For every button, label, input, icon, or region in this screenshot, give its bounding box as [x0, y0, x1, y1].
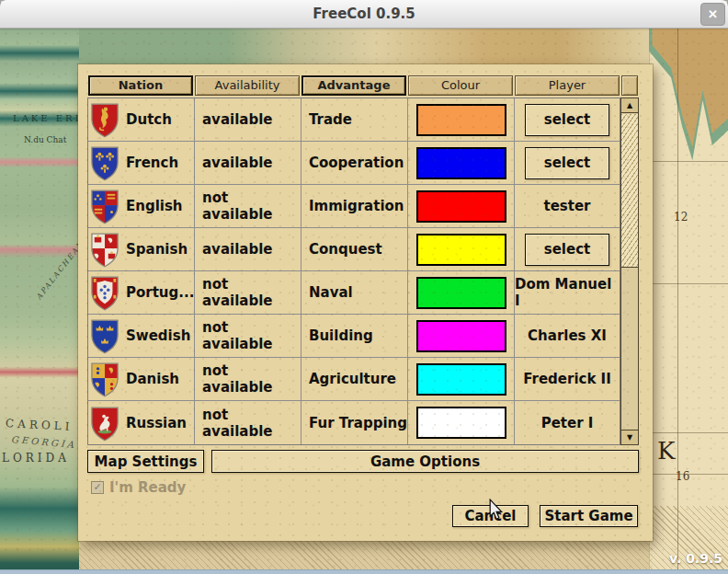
colour-swatch[interactable] [416, 407, 506, 439]
map-label-florida: LORIDA [2, 452, 70, 465]
crest-danish-icon [91, 361, 119, 397]
table-row[interactable]: SpanishavailableConquestselect [88, 228, 620, 271]
nation-name: Swedish [126, 327, 190, 344]
colour-swatch[interactable] [416, 190, 506, 223]
map-grid-line [650, 161, 728, 162]
availability-cell: not available [195, 271, 301, 314]
header-cell-availability[interactable]: Availability [195, 75, 300, 96]
version-label: v. 0.9.5 [669, 551, 722, 566]
availability-cell: not available [195, 358, 301, 400]
ready-row: ✓ I'm Ready [91, 480, 186, 495]
advantage-cell[interactable]: Agriculture [301, 358, 408, 400]
advantage-cell[interactable]: Building [301, 315, 408, 357]
colour-cell [408, 315, 515, 357]
header-cell-player[interactable]: Player [515, 75, 620, 96]
nation-name: Danish [126, 371, 179, 387]
select-player-button[interactable]: select [525, 147, 609, 179]
nation-cell: Spanish [88, 228, 195, 270]
crest-russian-icon [91, 405, 119, 442]
availability-cell: available [195, 98, 301, 141]
select-player-button[interactable]: select [525, 234, 609, 266]
colour-swatch[interactable] [416, 277, 506, 309]
window-frame-bottom [0, 569, 728, 574]
crest-dutch-icon [91, 101, 119, 138]
table-row[interactable]: Danishnot availableAgricultureFrederick … [88, 358, 620, 401]
player-cell: select [515, 228, 620, 270]
titlebar[interactable]: FreeCol 0.9.5 ✕ [0, 0, 728, 29]
map-top-strip [79, 29, 649, 65]
table-row[interactable]: FrenchavailableCooperationselect [88, 142, 620, 185]
header-cell-colour[interactable]: Colour [408, 75, 513, 96]
availability-cell: not available [195, 185, 301, 227]
header-cell-advantage[interactable]: Advantage [301, 75, 406, 96]
player-name: Charles XI [528, 327, 607, 344]
player-cell: tester [515, 185, 620, 227]
table-row[interactable]: Englishnot availableImmigrationtester [88, 185, 620, 228]
map-label-k: K [657, 437, 675, 465]
map-label-georgia: GEORGIA [11, 434, 77, 450]
colour-swatch[interactable] [416, 320, 506, 352]
availability-cell: not available [195, 315, 301, 357]
player-name: Dom Manuel I [515, 276, 620, 309]
colour-cell [408, 358, 515, 400]
header-cell-filler [621, 75, 638, 96]
map-settings-button[interactable]: Map Settings [87, 450, 204, 473]
crest-portuguese-icon [91, 274, 119, 311]
im-ready-label: I'm Ready [109, 479, 186, 496]
colour-cell [408, 271, 515, 314]
scroll-up-button[interactable]: ▲ [621, 98, 638, 113]
nation-cell: French [88, 142, 195, 184]
colour-swatch[interactable] [416, 234, 506, 266]
table-row[interactable]: Swedishnot availableBuildingCharles XI [88, 315, 620, 358]
advantage-cell[interactable]: Immigration [301, 185, 408, 227]
freecol-window: FreeCol 0.9.5 ✕ LAKE ERI N.du Chat APALA… [0, 0, 728, 574]
im-ready-checkbox[interactable]: ✓ [91, 481, 104, 494]
scroll-down-icon: ▼ [627, 433, 632, 442]
nation-name: Russian [126, 415, 187, 431]
table-row[interactable]: Portug...not availableNavalDom Manuel I [88, 271, 620, 315]
nation-cell: Swedish [88, 315, 195, 357]
select-player-button[interactable]: select [525, 104, 609, 136]
scroll-down-button[interactable]: ▼ [621, 430, 638, 444]
availability-cell: not available [195, 401, 301, 444]
nation-name: Dutch [126, 111, 172, 128]
advantage-cell[interactable]: Trade [301, 98, 408, 141]
map-left-strip: LAKE ERI N.du Chat APALACHEAN CAROLI GEO… [0, 29, 79, 574]
player-cell: Dom Manuel I [515, 271, 620, 314]
header-cell-nation[interactable]: Nation [88, 75, 193, 96]
nation-cell: Russian [88, 401, 195, 444]
player-name: Frederick II [523, 371, 611, 387]
players-table: DutchavailableTradeselectFrenchavailable… [87, 98, 620, 445]
table-scrollbar[interactable]: ▲ ▼ [620, 98, 639, 445]
player-name: Peter I [541, 415, 594, 431]
colour-swatch[interactable] [416, 147, 506, 179]
advantage-cell[interactable]: Fur Trapping [301, 401, 408, 444]
nation-cell: Dutch [88, 98, 195, 141]
table-row[interactable]: DutchavailableTradeselect [88, 98, 620, 142]
advantage-cell[interactable]: Naval [301, 271, 408, 314]
scroll-up-icon: ▲ [627, 101, 632, 109]
advantage-cell[interactable]: Conquest [301, 228, 408, 270]
crest-english-icon [91, 188, 119, 224]
colour-cell [408, 228, 515, 270]
colour-cell [408, 98, 515, 141]
close-icon: ✕ [708, 7, 718, 21]
scrollbar-thumb[interactable] [621, 114, 638, 268]
start-game-button[interactable]: Start Game [540, 505, 638, 527]
close-button[interactable]: ✕ [700, 3, 725, 26]
map-label-n-du-chat: N.du Chat [24, 135, 66, 144]
advantage-cell[interactable]: Cooperation [301, 142, 408, 184]
game-options-button[interactable]: Game Options [211, 450, 639, 473]
colour-swatch[interactable] [416, 104, 506, 136]
map-label-12: 12 [674, 211, 688, 224]
nation-name: Portug... [126, 284, 194, 301]
table-row[interactable]: Russiannot availableFur TrappingPeter I [88, 401, 620, 444]
colour-swatch[interactable] [416, 363, 506, 396]
colour-cell [408, 401, 515, 444]
check-icon: ✓ [93, 482, 101, 493]
map-label-16: 16 [676, 470, 689, 483]
map-label-carolina: CAROLI [6, 417, 74, 433]
map-grid-line [677, 29, 678, 574]
nation-name: French [126, 155, 178, 171]
table-header: NationAvailabilityAdvantageColourPlayer [87, 75, 639, 96]
